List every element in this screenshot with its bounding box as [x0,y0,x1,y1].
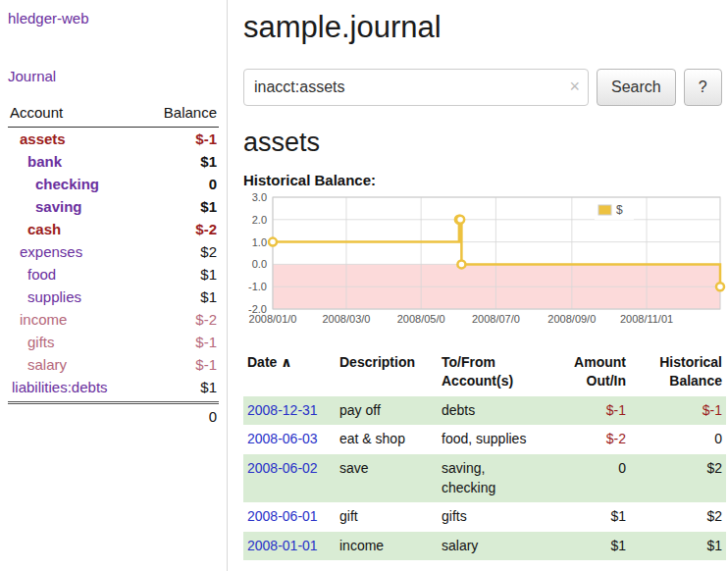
account-row: checking0 [8,173,219,195]
account-link-gifts[interactable]: gifts [10,334,55,350]
register-header-cell-4: Historical Balance [630,351,726,396]
account-row: bank$1 [8,150,219,173]
account-balance: $1 [200,198,217,215]
register-date-link[interactable]: 2008-01-01 [247,538,318,553]
accounts-header-balance: Balance [164,104,217,121]
account-link-assets[interactable]: assets [10,130,66,147]
account-row: assets$-1 [8,128,219,150]
sort-ascending-icon: ∧ [277,354,291,370]
account-link-bank[interactable]: bank [10,153,62,170]
legend-label: $ [616,203,623,217]
register-date-link[interactable]: 2008-06-01 [247,508,318,524]
account-balance: $1 [200,153,217,170]
accounts-list: assets$-1bank$1checking0saving$1cash$-2e… [8,128,219,398]
register-description: income [336,532,438,561]
account-row: expenses$2 [8,240,219,263]
accounts-table: Account Balance assets$-1bank$1checking0… [8,100,219,429]
register-balance: $2 [630,502,726,532]
register-amount: 0 [544,454,630,502]
register-amount: $1 [544,502,630,532]
y-tick-label: 3.0 [252,191,267,203]
historical-balance-chart: 3.02.01.00.0-1.0-2.02008/01/02008/03/020… [243,192,722,328]
register-accounts: saving, checking [438,454,544,502]
account-balance: $2 [200,243,217,260]
account-link-expenses[interactable]: expenses [10,243,82,260]
register-balance: $-1 [630,396,726,426]
account-link-checking[interactable]: checking [10,176,99,192]
register-table: Date ∧DescriptionTo/From Account(s)Amoun… [243,351,726,560]
register-accounts: salary [438,532,544,561]
register-date-link[interactable]: 2008-06-02 [247,460,318,476]
register-balance: $2 [630,454,726,502]
data-point [457,260,465,268]
accounts-table-header: Account Balance [8,100,219,128]
register-header-cell-3: Amount Out/In [544,351,630,396]
register-description: gift [336,502,438,532]
y-tick-label: -1.0 [248,281,267,292]
register-header-cell-1: Description [336,351,438,396]
register-rows: 2008-12-31pay offdebts$-1$-12008-06-03ea… [243,396,726,561]
register-row: 2008-06-02savesaving, checking0$2 [243,454,726,502]
account-row: saving$1 [8,195,219,218]
account-link-saving[interactable]: saving [10,198,82,215]
y-tick-label: 0.0 [252,258,267,270]
nav-journal-link[interactable]: Journal [8,68,219,84]
sidebar: hledger-web Journal Account Balance asse… [0,0,228,571]
account-row: income$-2 [8,308,219,331]
register-date-link[interactable]: 2008-06-03 [247,431,318,446]
clear-search-icon[interactable]: × [569,77,580,96]
legend-swatch [598,205,611,215]
register-description: pay off [336,396,438,426]
account-balance: $-1 [195,130,217,147]
register-header-label: Amount Out/In [574,354,626,389]
search-input[interactable] [243,69,589,106]
accounts-header-account: Account [10,104,63,121]
search-button[interactable]: Search [597,69,676,106]
data-point [456,216,464,224]
account-balance: 0 [209,176,217,192]
x-tick-label: 2008/05/0 [397,313,445,325]
account-balance: $-2 [195,311,217,328]
account-link-liabilities-debts[interactable]: liabilities:debts [10,379,108,395]
register-header-cell-2: To/From Account(s) [438,351,544,396]
register-description: save [336,454,438,502]
main-content: sample.journal × Search ? assets Histori… [243,0,728,560]
account-balance: $-2 [195,221,217,237]
x-tick-label: 2008/07/0 [472,313,520,325]
search-box: × [243,69,589,106]
x-tick-label: 2008/09/0 [547,313,596,325]
register-header-cell-0[interactable]: Date ∧ [243,351,336,396]
register-header-label: To/From Account(s) [442,354,513,389]
register-header: Date ∧DescriptionTo/From Account(s)Amoun… [243,351,726,396]
account-row: salary$-1 [8,353,219,376]
account-row: supplies$1 [8,286,219,308]
data-point [716,283,724,290]
register-accounts: debts [438,396,544,426]
account-row: liabilities:debts$1 [8,376,219,398]
account-link-income[interactable]: income [10,311,67,328]
account-row: cash$-2 [8,218,219,240]
register-row: 2008-06-03eat & shopfood, supplies$-20 [243,425,726,454]
app-root: hledger-web Journal Account Balance asse… [0,0,728,571]
x-tick-label: 2008/01/0 [249,313,297,325]
register-row: 2008-01-01incomesalary$1$1 [243,532,726,561]
account-link-cash[interactable]: cash [10,221,61,237]
account-balance: $-1 [195,334,217,350]
register-balance: $1 [630,532,726,561]
search-bar: × Search ? [243,69,728,106]
register-header-label: Date [247,354,277,370]
help-button[interactable]: ? [684,69,722,106]
account-link-food[interactable]: food [10,266,56,283]
register-amount: $1 [544,532,630,561]
register-row: 2008-06-01giftgifts$1$2 [243,502,726,532]
register-accounts: gifts [438,502,544,532]
account-balance: $-1 [195,356,217,373]
app-title-link[interactable]: hledger-web [8,10,219,26]
account-link-supplies[interactable]: supplies [10,288,81,305]
chart-legend: $ [595,202,634,220]
account-link-salary[interactable]: salary [10,356,67,373]
y-tick-label: 2.0 [252,214,267,226]
chart-title: Historical Balance: [243,172,728,188]
register-date-link[interactable]: 2008-12-31 [247,402,318,418]
account-balance: $1 [200,379,217,395]
